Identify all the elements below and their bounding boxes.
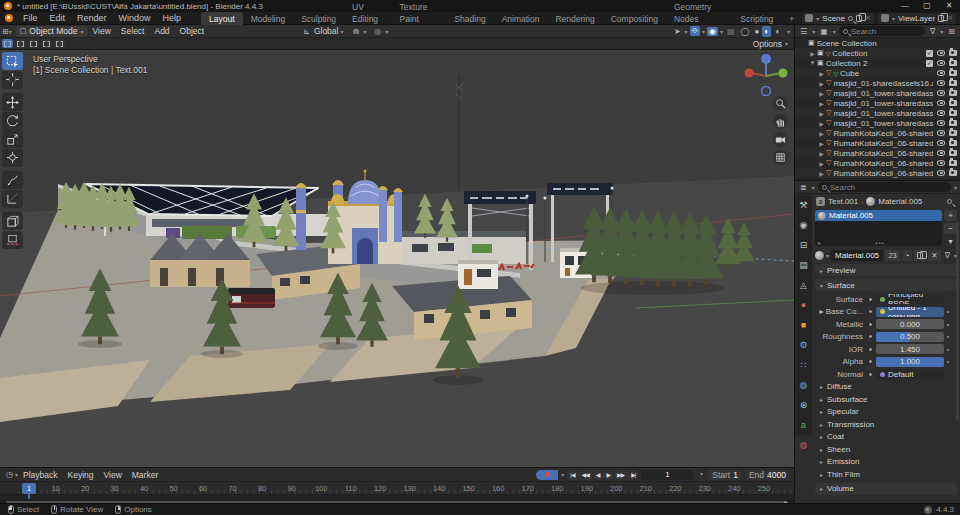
outliner-item-label[interactable]: Collection bbox=[832, 49, 922, 58]
add-slot-button[interactable]: + bbox=[944, 210, 957, 221]
expander-icon[interactable]: ▶ bbox=[817, 70, 826, 77]
pan-hand-icon[interactable] bbox=[773, 114, 788, 129]
section-sheen[interactable]: ▸Sheen bbox=[812, 443, 960, 456]
animate-property-dot[interactable]: • bbox=[944, 333, 952, 340]
animate-property-dot[interactable]: • bbox=[944, 308, 952, 315]
hide-eye-icon[interactable] bbox=[937, 50, 945, 56]
outliner-row[interactable]: ▶▽masjid_01_tower-sharedassets1.a bbox=[795, 118, 960, 128]
property-field[interactable]: Principled BSDF bbox=[876, 294, 944, 304]
timeline-ruler[interactable]: 1020304050607080901001101201301401501601… bbox=[0, 482, 794, 495]
play-button[interactable]: ▶ bbox=[603, 470, 613, 480]
zoom-icon[interactable] bbox=[773, 96, 788, 111]
section-transmission[interactable]: ▸Transmission bbox=[812, 418, 960, 431]
mode-dropdown[interactable]: ▢ Object Mode ▾ bbox=[16, 26, 88, 37]
disable-render-camera-icon[interactable] bbox=[949, 140, 957, 146]
outliner-item-label[interactable]: Collection 2 bbox=[826, 59, 922, 68]
gizmo-z-axis[interactable] bbox=[761, 54, 771, 64]
expander-icon[interactable]: ▶ bbox=[817, 90, 826, 97]
expander-icon[interactable]: ▶ bbox=[817, 100, 826, 107]
shading-solid-icon[interactable]: ● bbox=[752, 26, 761, 37]
shading-rendered-icon[interactable]: ◑ bbox=[772, 26, 781, 37]
section-specular[interactable]: ▸Specular bbox=[812, 406, 960, 419]
exclude-checkbox[interactable]: ✓ bbox=[926, 50, 933, 57]
resize-grip[interactable]: ▪▪▪ bbox=[875, 240, 884, 246]
outliner-row[interactable]: ▶▽RumahKotaKecil_06-sharedasset bbox=[795, 148, 960, 158]
pin-icon[interactable] bbox=[848, 16, 853, 21]
property-field[interactable]: 0.500 bbox=[876, 332, 944, 342]
menu-window[interactable]: Window bbox=[113, 12, 157, 25]
outliner-item-label[interactable]: Cube bbox=[840, 69, 933, 78]
header-options-caret[interactable]: ▾ bbox=[954, 184, 957, 191]
viewport-menu-select[interactable]: Select bbox=[116, 26, 150, 36]
select-mode-extend-button[interactable] bbox=[15, 39, 26, 48]
outliner-item-label[interactable]: masjid_01-sharedassets16.asset bbox=[833, 79, 933, 88]
outliner-row[interactable]: ▶▽masjid_01_tower-sharedassets1.a bbox=[795, 98, 960, 108]
properties-tab-modifiers[interactable]: ⚙ bbox=[795, 335, 812, 355]
transform-tool[interactable] bbox=[2, 149, 23, 167]
expander-icon[interactable]: ▶ bbox=[817, 130, 826, 137]
3d-viewport-canvas[interactable] bbox=[0, 38, 794, 467]
maximize-button[interactable]: ▢ bbox=[916, 0, 938, 12]
editor-type-button[interactable]: ⊞▾ bbox=[0, 27, 14, 36]
unlink-material-icon[interactable]: ✕ bbox=[928, 250, 940, 261]
browse-material-icon[interactable] bbox=[815, 251, 824, 260]
properties-tab-world[interactable]: ● bbox=[795, 295, 812, 315]
hide-eye-icon[interactable] bbox=[937, 150, 945, 156]
jump-start-button[interactable]: |◀ bbox=[567, 470, 577, 480]
properties-tab-scene[interactable]: ◬ bbox=[795, 275, 812, 295]
play-reverse-button[interactable]: ◀ bbox=[593, 470, 603, 480]
hide-eye-icon[interactable] bbox=[937, 80, 945, 86]
gizmo-y-axis[interactable] bbox=[779, 69, 788, 78]
new-collection-icon[interactable]: ⊞ bbox=[946, 27, 957, 36]
expander-icon[interactable]: ▶ bbox=[817, 80, 826, 87]
properties-tab-physics[interactable]: ◍ bbox=[795, 375, 812, 395]
menu-help[interactable]: Help bbox=[157, 12, 188, 25]
hide-eye-icon[interactable] bbox=[937, 140, 945, 146]
disable-render-camera-icon[interactable] bbox=[949, 160, 957, 166]
tab-compositing[interactable]: Compositing bbox=[603, 12, 666, 25]
timeline-menu-keying[interactable]: Keying bbox=[63, 470, 99, 480]
section-subsurface[interactable]: ▸Subsurface bbox=[812, 393, 960, 406]
timeline-editor-icon[interactable]: ◷ bbox=[4, 470, 15, 479]
outliner-item-label[interactable]: masjid_01_tower-sharedassets1.a bbox=[833, 109, 933, 118]
minimize-button[interactable]: — bbox=[894, 0, 916, 12]
animate-property-dot[interactable]: • bbox=[944, 346, 952, 353]
outliner-row[interactable]: ▶▽RumahKotaKecil_06-sharedasset bbox=[795, 158, 960, 168]
animate-property-dot[interactable]: • bbox=[944, 321, 952, 328]
breadcrumb-object[interactable]: Text.001 bbox=[828, 197, 858, 206]
remove-viewlayer-icon[interactable]: ✕ bbox=[947, 14, 953, 22]
outliner-item-label[interactable]: RumahKotaKecil_06-sharedasset bbox=[833, 139, 933, 148]
filter-objects-icon[interactable]: ▣ bbox=[818, 27, 830, 36]
properties-tab-object-data[interactable]: a bbox=[795, 415, 812, 435]
tab-animation[interactable]: Animation bbox=[494, 12, 548, 25]
current-frame-field[interactable]: 1 bbox=[641, 470, 693, 480]
outliner-row[interactable]: ▶▽RumahKotaKecil_06-sharedasset bbox=[795, 168, 960, 178]
xray-toggle-icon[interactable]: ▦ bbox=[725, 27, 737, 36]
blender-menu-button[interactable] bbox=[5, 14, 13, 22]
section-diffuse[interactable]: ▸Diffuse bbox=[812, 381, 960, 394]
expander-icon[interactable]: ▶ bbox=[817, 170, 826, 177]
menu-edit[interactable]: Edit bbox=[44, 12, 72, 25]
measure-tool[interactable] bbox=[2, 190, 23, 208]
shading-wireframe-icon[interactable]: ◯ bbox=[739, 26, 752, 37]
tool-options-button[interactable]: Options▾ bbox=[753, 39, 788, 49]
tab-rendering[interactable]: Rendering bbox=[547, 12, 602, 25]
timeline-menu-view[interactable]: View bbox=[99, 470, 127, 480]
viewport-menu-view[interactable]: View bbox=[88, 26, 116, 36]
breadcrumb-material[interactable]: Material.005 bbox=[878, 197, 922, 206]
add-primitive-tool[interactable] bbox=[2, 231, 23, 249]
pivot-icon[interactable]: ⊾ bbox=[301, 27, 312, 36]
viewport-menu-object[interactable]: Object bbox=[175, 26, 210, 36]
prev-keyframe-button[interactable]: ◀◀ bbox=[579, 470, 592, 480]
properties-tab-view-layer[interactable]: ▤ bbox=[795, 255, 812, 275]
tab-layout[interactable]: Layout bbox=[201, 12, 243, 25]
slot-expand-icon[interactable]: ▸ bbox=[818, 239, 821, 246]
auto-keying-button[interactable] bbox=[536, 470, 558, 480]
disable-render-camera-icon[interactable] bbox=[949, 170, 957, 176]
outliner-row[interactable]: ▶▽RumahKotaKecil_06-sharedasset bbox=[795, 128, 960, 138]
outliner-row[interactable]: ▣Scene Collection bbox=[795, 38, 960, 48]
outliner-row[interactable]: ▶▽RumahKotaKecil_06-sharedasset bbox=[795, 138, 960, 148]
expander-icon[interactable]: ▶ bbox=[817, 140, 826, 147]
jump-end-button[interactable]: ▶| bbox=[628, 470, 638, 480]
properties-tab-tool[interactable]: ⚒ bbox=[795, 195, 812, 215]
